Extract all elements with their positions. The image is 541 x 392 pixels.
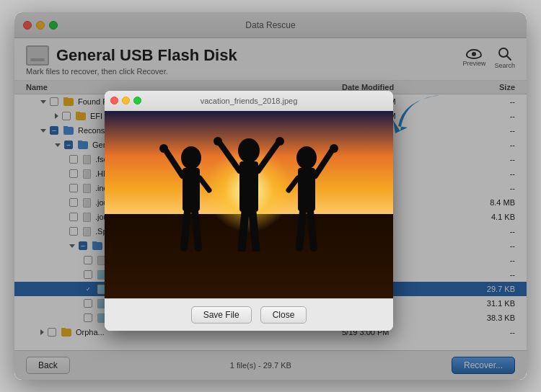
svg-line-20 <box>289 178 298 190</box>
modal-footer: Save File Close <box>105 298 393 331</box>
svg-rect-3 <box>182 168 200 211</box>
modal-overlay: vacation_friends_2018.jpeg <box>14 12 527 380</box>
svg-line-22 <box>310 211 314 248</box>
silhouette-svg <box>141 136 357 251</box>
modal-close-button[interactable] <box>110 97 118 104</box>
save-file-button[interactable]: Save File <box>191 306 252 324</box>
svg-line-4 <box>166 151 182 176</box>
svg-point-23 <box>330 144 338 153</box>
main-window: Data Rescue General USB Flash Disk Mark … <box>14 12 527 380</box>
svg-line-14 <box>252 212 256 250</box>
svg-rect-18 <box>298 168 315 211</box>
svg-line-6 <box>184 211 188 248</box>
svg-line-7 <box>195 211 198 248</box>
modal-titlebar: vacation_friends_2018.jpeg <box>105 91 393 111</box>
photo-recreation <box>105 111 393 298</box>
svg-point-16 <box>276 137 284 146</box>
svg-line-11 <box>220 143 239 171</box>
close-modal-button[interactable]: Close <box>260 306 307 324</box>
svg-point-9 <box>238 138 260 163</box>
svg-line-5 <box>200 178 209 190</box>
modal-minimize-button[interactable] <box>122 97 130 104</box>
modal-image-area <box>105 111 393 298</box>
modal-traffic-lights <box>110 97 141 104</box>
svg-line-19 <box>315 151 332 176</box>
svg-point-8 <box>159 144 168 153</box>
svg-line-21 <box>299 211 303 248</box>
svg-line-13 <box>242 212 245 250</box>
modal-maximize-button[interactable] <box>133 97 141 104</box>
svg-rect-10 <box>239 161 258 212</box>
preview-modal: vacation_friends_2018.jpeg <box>105 91 393 331</box>
svg-point-15 <box>214 137 222 146</box>
svg-line-12 <box>258 143 278 171</box>
svg-point-2 <box>181 146 201 169</box>
svg-point-17 <box>296 146 317 169</box>
modal-title: vacation_friends_2018.jpeg <box>201 97 298 105</box>
